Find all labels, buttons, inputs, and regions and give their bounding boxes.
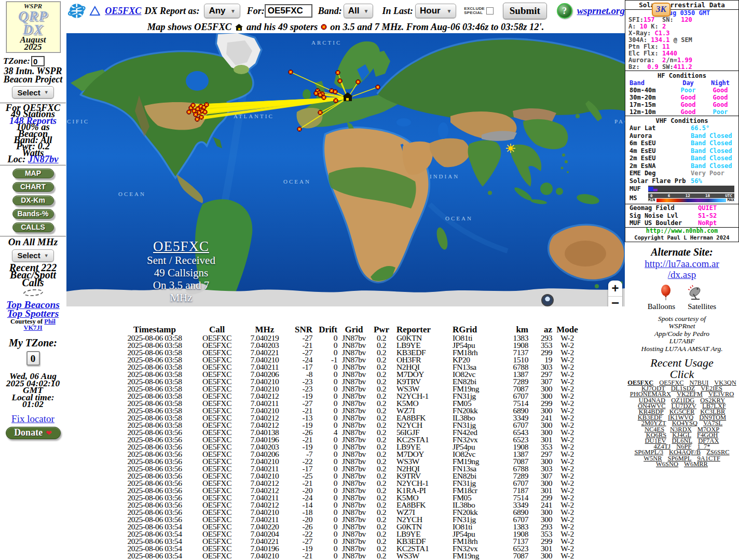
submit-button[interactable]: Submit xyxy=(503,3,547,19)
geomag-value: QUIET xyxy=(698,204,734,212)
spotter-marker[interactable] xyxy=(195,117,199,121)
spotter-marker[interactable] xyxy=(336,71,340,75)
fix-locator-link[interactable]: Fix locator xyxy=(11,413,54,425)
hf-condition-row: 17m-15m Good Good xyxy=(625,101,738,108)
spotter-marker[interactable] xyxy=(333,90,337,94)
spotter-marker[interactable] xyxy=(203,110,207,114)
vhf-value: Band Closed xyxy=(691,155,734,162)
in-last-select[interactable]: Hour ▼ xyxy=(415,4,456,18)
vhf-label: 6m EsEU xyxy=(629,139,691,147)
geomag-label: MUF US Boulder xyxy=(629,219,698,227)
tzone-input[interactable] xyxy=(31,56,45,66)
cell-mode: W-2 xyxy=(552,552,582,559)
mhz-select[interactable]: Select ▼ xyxy=(12,249,53,262)
balloon-icon[interactable] xyxy=(660,285,672,300)
wsprnet-link[interactable]: wsprnet.org xyxy=(577,5,625,17)
spotter-marker[interactable] xyxy=(356,80,360,84)
top-spotters-link[interactable]: Top Spotters xyxy=(0,309,66,318)
spotter-marker[interactable] xyxy=(338,79,342,83)
view-mode-button[interactable]: Bands-% xyxy=(12,209,54,219)
ms-tick: 12 xyxy=(686,193,690,198)
spotter-marker[interactable] xyxy=(297,127,302,131)
hf-condition-row: 80m-40m Poor Good xyxy=(625,87,738,94)
ocean-label: OCEAN xyxy=(283,178,311,185)
spotter-marker[interactable] xyxy=(289,70,293,74)
report-as-select[interactable]: Any ▼ xyxy=(204,4,240,18)
locator-link[interactable]: JN87bv xyxy=(28,154,59,164)
spotter-marker[interactable] xyxy=(322,95,326,100)
recent-usage-row: W5NR SP6MPL 9A1CTF xyxy=(625,456,739,461)
project-select-label: Select xyxy=(17,88,40,97)
solar-terrestrial-banner[interactable]: Solar-Terrestrial Data 06 Aug 0350 GMT S… xyxy=(625,0,739,242)
exclude-special-checkbox[interactable] xyxy=(486,7,494,15)
cell-call: OE5FXC xyxy=(194,552,240,559)
project-select[interactable]: Select ▼ xyxy=(12,86,53,99)
courtesy-line: Courtesy of Phil VK7JI xyxy=(0,318,66,331)
n0nbh-link[interactable]: http://www.n0nbh.com xyxy=(625,228,738,234)
ocean-label: ARCTIC xyxy=(311,39,341,46)
spotter-marker[interactable] xyxy=(191,103,195,107)
cell-az: 300 xyxy=(528,552,552,559)
report-as-value: Any xyxy=(209,6,225,16)
chevron-down-icon: ▼ xyxy=(230,8,236,14)
tzone-label: TZone: xyxy=(3,56,30,66)
view-mode-button[interactable]: DX-Km xyxy=(12,195,54,205)
view-mode-button[interactable]: CHART xyxy=(12,182,54,192)
callsign-link[interactable]: OE5FXC xyxy=(105,6,141,17)
world-map[interactable]: ARCTICATLANTICOCEANOCEANINDIANOCEANPACIF… xyxy=(66,33,625,306)
recent-usage-link[interactable]: W6SNO xyxy=(656,461,678,467)
vhf-condition-row: 2m EsNA Band Closed xyxy=(625,162,738,170)
recent-usage-link[interactable]: W6MRR xyxy=(684,461,708,467)
view-mode-button[interactable]: MAP xyxy=(12,169,54,178)
spotter-marker[interactable] xyxy=(334,99,338,103)
ms-ruler: 0 6 12 18 UTC xyxy=(648,193,734,198)
home-icon xyxy=(235,23,243,31)
hf-night-condition: Good xyxy=(704,94,736,101)
alternate-site-label: Alternate Site: xyxy=(625,246,739,258)
vhf-value: Band Closed xyxy=(691,147,734,155)
usage-title-line1: Recent Usage xyxy=(625,357,739,369)
donate-button[interactable]: Donate ❤ xyxy=(6,427,61,439)
spotter-marker[interactable] xyxy=(376,85,380,89)
zoom-in-button[interactable]: + xyxy=(608,281,622,297)
report-row: 2025-08-06 03:54 OE5FXC 7.040210 -21 0 J… xyxy=(115,552,582,559)
band-select[interactable]: All ▼ xyxy=(344,4,374,18)
3k-button[interactable]: 3K xyxy=(652,3,670,17)
band-value: All xyxy=(348,6,360,16)
spotter-marker[interactable] xyxy=(318,110,322,115)
spotter-marker[interactable] xyxy=(187,110,191,114)
ocean-label: INDIAN xyxy=(430,173,459,179)
recent-usage-row: W6SNO W6MRR xyxy=(625,461,739,467)
courtesy-phil-link[interactable]: Phil xyxy=(44,318,56,325)
satellite-dish-icon[interactable] xyxy=(686,285,704,300)
for-callsign-input[interactable] xyxy=(265,4,312,18)
for-label: For: xyxy=(247,6,265,17)
spotter-target-icon xyxy=(321,24,327,30)
ocean-label: PACIFIC xyxy=(614,118,625,124)
ms-min-label: MIN xyxy=(648,198,655,202)
world-map-svg: ARCTICATLANTICOCEANOCEANINDIANOCEANPACIF… xyxy=(66,33,625,306)
triangle-icon[interactable] xyxy=(89,6,101,16)
courtesy-vk7jj-link[interactable]: VK7JI xyxy=(23,324,42,331)
my-tzone-value[interactable]: 0 xyxy=(26,351,40,366)
help-icon[interactable]: ? xyxy=(557,3,572,19)
spotter-marker[interactable] xyxy=(204,103,209,107)
ms-tick: 6 xyxy=(668,193,670,198)
zoom-out-button[interactable]: − xyxy=(608,297,622,306)
project-title-line2: Beacon Project xyxy=(0,76,66,83)
my-tzone-label: My TZone: xyxy=(0,337,66,349)
hf-header: Band Day Night xyxy=(625,79,738,87)
credit-line: Hosting LU7AA AMSAT Arg. xyxy=(625,345,739,353)
alternate-site-link[interactable]: http://lu7aa.com.ar /dx.asp xyxy=(625,258,739,280)
ocean-label: OCEAN xyxy=(118,191,146,197)
spotter-marker[interactable] xyxy=(199,115,203,119)
geomag-row: Sig Noise Lvl S1-S2 xyxy=(625,212,738,220)
hf-day-condition: Good xyxy=(672,101,704,108)
hf-night-condition: Poor xyxy=(704,108,736,116)
hf-day-condition: Good xyxy=(672,108,704,116)
vhf-value: 66.5° xyxy=(691,124,734,132)
mhz-select-label: Select xyxy=(17,251,40,260)
spotter-marker[interactable] xyxy=(314,91,318,95)
vhf-conditions-title: VHF Conditions xyxy=(625,116,738,124)
view-mode-button[interactable]: CALLS xyxy=(12,222,54,232)
